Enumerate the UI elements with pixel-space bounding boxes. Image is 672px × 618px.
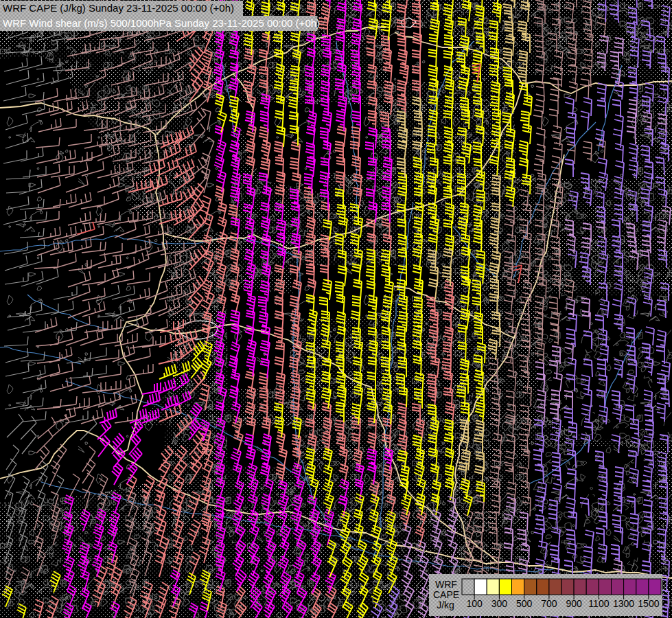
svg-text:500: 500 bbox=[516, 598, 533, 609]
svg-text:WRF Wind shear (m/s) 500/1000h: WRF Wind shear (m/s) 500/1000hPa Sunday … bbox=[3, 17, 320, 29]
svg-text:WRF: WRF bbox=[435, 579, 457, 590]
svg-text:CAPE: CAPE bbox=[433, 589, 459, 600]
svg-text:900: 900 bbox=[566, 598, 582, 609]
svg-text:700: 700 bbox=[541, 598, 557, 609]
svg-text:100: 100 bbox=[466, 598, 483, 609]
svg-text:J/kg: J/kg bbox=[437, 599, 454, 610]
svg-text:1500: 1500 bbox=[638, 598, 659, 609]
svg-text:300: 300 bbox=[491, 598, 508, 609]
svg-text:1300: 1300 bbox=[613, 598, 634, 609]
svg-text:1100: 1100 bbox=[588, 598, 609, 609]
svg-text:WRF CAPE (J/kg) Sunday 23-11-2: WRF CAPE (J/kg) Sunday 23-11-2025 00:00 … bbox=[3, 2, 234, 14]
